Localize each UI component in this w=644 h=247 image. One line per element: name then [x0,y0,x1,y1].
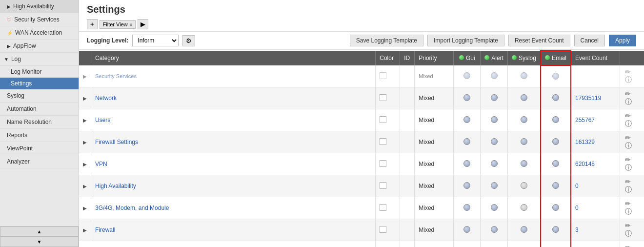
sidebar-item-automation[interactable]: Automation [0,103,79,116]
event-count-link[interactable]: 0 [575,183,579,189]
sidebar-item-log[interactable]: ▼ Log [0,53,79,66]
reset-event-count-button[interactable]: Reset Event Count [508,35,570,46]
apply-button[interactable]: Apply [609,35,636,46]
sidebar-item-security-services[interactable]: 🛡 Security Services [0,13,79,26]
save-logging-template-button[interactable]: Save Logging Template [350,35,423,46]
import-logging-template-button[interactable]: Import Logging Template [427,35,504,46]
edit-button[interactable]: ✏ [624,222,632,229]
email-radio[interactable] [552,160,559,167]
gear-button[interactable]: ⚙ [182,35,195,46]
alert-radio[interactable] [491,94,498,101]
scroll-up-button[interactable]: ▲ [0,226,79,237]
category-link[interactable]: Network [95,95,117,102]
syslog-radio[interactable] [521,138,527,145]
email-radio[interactable] [552,116,559,123]
alert-radio[interactable] [491,160,498,167]
cell-expand[interactable]: ▶ [79,241,91,247]
edit-button[interactable]: ✏ [624,178,632,185]
event-count-link[interactable]: 161329 [575,139,595,145]
info-button[interactable]: ⓘ [624,76,633,84]
category-link[interactable]: Firewall Settings [95,139,138,145]
category-link[interactable]: VPN [95,161,107,167]
gui-radio[interactable] [463,138,470,145]
table-container: Category Color ID Priority Gui Alert Sys… [79,50,644,247]
event-count-link[interactable]: 0 [575,205,579,211]
event-count-link[interactable]: 3 [575,226,579,233]
sidebar-item-wan-acceleration[interactable]: ⚡ WAN Acceleration [0,26,79,40]
category-link[interactable]: High Availability [95,183,136,189]
edit-button[interactable]: ✏ [624,112,632,120]
cell-expand[interactable]: ▶ [79,109,91,131]
gui-radio[interactable] [463,226,470,233]
email-radio[interactable] [552,94,559,101]
gui-radio[interactable] [463,182,470,189]
category-link[interactable]: 3G/4G, Modem, and Module [95,205,169,211]
alert-radio[interactable] [491,72,498,79]
syslog-radio[interactable] [521,116,527,123]
syslog-radio[interactable] [521,182,527,189]
email-radio[interactable] [552,138,559,145]
category-link[interactable]: Firewall [95,226,115,233]
syslog-radio[interactable] [521,204,527,211]
alert-radio[interactable] [491,226,498,233]
email-radio[interactable] [552,73,559,80]
edit-button[interactable]: ✏ [624,90,632,98]
sidebar-item-syslog[interactable]: Syslog [0,89,79,103]
gui-radio[interactable] [463,94,470,101]
sidebar-item-settings[interactable]: Settings [0,78,79,89]
info-button[interactable]: ⓘ [624,98,633,106]
info-button[interactable]: ⓘ [624,229,633,238]
filter-add-button[interactable]: + [87,19,98,29]
info-button[interactable]: ⓘ [624,120,633,128]
sidebar-item-reports[interactable]: Reports [0,129,79,142]
cell-expand[interactable]: ▶ [79,87,91,109]
event-count-link[interactable]: 255767 [575,117,595,124]
alert-radio[interactable] [491,138,498,145]
sidebar-item-viewpoint[interactable]: ViewPoint [0,142,79,155]
info-button[interactable]: ⓘ [624,185,633,194]
syslog-radio[interactable] [521,72,527,79]
info-button[interactable]: ⓘ [624,142,633,150]
sidebar-item-high-availability[interactable]: ▶ High Availability [0,0,79,13]
edit-button[interactable]: ✏ [624,68,632,76]
category-link[interactable]: Security Services [95,73,137,79]
gui-radio[interactable] [463,204,470,211]
cancel-button[interactable]: Cancel [574,35,605,46]
gui-radio[interactable] [463,160,470,167]
sidebar-item-log-monitor[interactable]: Log Monitor [0,66,79,78]
sidebar-item-name-resolution[interactable]: Name Resolution [0,116,79,129]
cell-expand[interactable]: ▶ [79,175,91,197]
edit-button[interactable]: ✏ [624,134,632,142]
alert-radio[interactable] [491,116,498,123]
event-count-link[interactable]: 17935119 [575,95,601,102]
cell-expand[interactable]: ▶ [79,153,91,175]
email-radio[interactable] [552,204,559,211]
logging-level-select[interactable]: EmergencyAlertCriticalErrorWarningNotice… [132,35,179,46]
event-count-link[interactable]: 620148 [575,161,595,167]
scroll-down-button[interactable]: ▼ [0,237,79,247]
sidebar-item-appflow[interactable]: ▶ AppFlow [0,40,79,53]
cell-expand[interactable]: ▶ [79,65,91,87]
info-button[interactable]: ⓘ [624,207,633,216]
info-button[interactable]: ⓘ [624,164,633,172]
syslog-radio[interactable] [521,226,527,233]
edit-button[interactable]: ✏ [624,200,632,207]
edit-button[interactable]: ✏ [624,244,632,247]
cell-expand[interactable]: ▶ [79,131,91,153]
syslog-radio[interactable] [521,94,527,101]
email-radio[interactable] [552,182,559,189]
cell-category: VPN [91,153,376,175]
edit-button[interactable]: ✏ [624,156,632,164]
alert-radio[interactable] [491,204,498,211]
gui-radio[interactable] [463,116,470,123]
alert-radio[interactable] [491,182,498,189]
filter-remove-button[interactable]: x [130,21,133,27]
gui-radio[interactable] [463,72,470,79]
email-radio[interactable] [552,226,559,233]
sidebar-item-analyzer[interactable]: Analyzer [0,155,79,168]
cell-expand[interactable]: ▶ [79,197,91,219]
filter-navigate-button[interactable]: ▶ [138,19,148,29]
cell-expand[interactable]: ▶ [79,219,91,241]
syslog-radio[interactable] [521,160,527,167]
category-link[interactable]: Users [95,117,110,124]
